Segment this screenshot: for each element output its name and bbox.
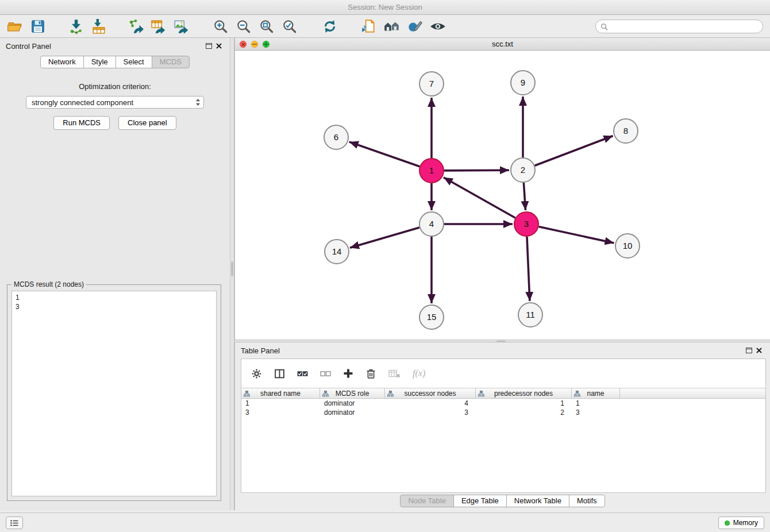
import-network-button[interactable] [64,17,87,36]
graph-node-label: 11 [526,310,535,319]
graph-edge-4-14[interactable] [350,228,419,248]
close-panel-button[interactable] [214,41,224,51]
open-file-button[interactable] [3,17,26,36]
export-table-button[interactable] [147,17,170,36]
run-mcds-button[interactable]: Run MCDS [53,116,110,130]
table-row[interactable]: 1dominator411 [241,399,765,408]
tab-motifs[interactable]: Motifs [569,495,605,507]
float-window-icon [206,43,212,49]
first-neighbors-button[interactable] [380,17,403,36]
graph-edge-2-3[interactable] [523,183,525,210]
optimization-criterion-label: Optimization criterion: [0,82,230,91]
export-network-button[interactable] [124,17,147,36]
unselect-all-columns-button[interactable] [320,367,331,380]
table-panel-title: Table Panel [241,346,280,355]
tab-select[interactable]: Select [116,56,152,68]
dropdown-stepper-icon [195,98,201,106]
network-canvas[interactable]: 7968124314101511 [235,51,770,340]
column-header-successor-nodes[interactable]: successor nodes [385,388,476,398]
show-hide-button[interactable] [426,17,449,36]
search-input[interactable] [611,22,758,31]
close-table-panel-button[interactable] [754,345,764,356]
graph-node-6[interactable]: 6 [324,125,348,149]
zoom-selected-button[interactable] [278,17,301,36]
graph-node-7[interactable]: 7 [419,72,444,96]
graph-node-14[interactable]: 14 [325,240,349,264]
float-table-panel-button[interactable] [744,345,754,356]
column-header-predecessor-nodes[interactable]: predecessor nodes [476,388,572,398]
criterion-dropdown[interactable]: strongly connected component [26,96,204,109]
export-table-icon [151,18,167,34]
column-header-mcds-role[interactable]: MCDS role [320,388,385,398]
tab-node-table[interactable]: Node Table [400,495,454,507]
network-window-titlebar[interactable]: scc.txt [235,38,770,51]
search-box[interactable] [595,20,763,33]
result-line: 1 [16,293,213,302]
zoom-in-icon [213,18,229,34]
splitter-handle[interactable] [231,261,233,276]
save-session-button[interactable] [26,17,49,36]
tab-style[interactable]: Style [83,56,116,68]
delete-column-button[interactable] [365,367,376,380]
graph-node-10[interactable]: 10 [615,234,640,258]
graph-node-label: 15 [427,312,437,322]
cell-successor-nodes: 4 [385,399,476,407]
zoom-in-button[interactable] [209,17,232,36]
graph-edge-1-2[interactable] [444,170,509,171]
float-panel-button[interactable] [203,41,214,51]
cell-successor-nodes: 3 [385,408,476,417]
graph-node-11[interactable]: 11 [518,303,542,327]
open-folder-icon [7,18,23,34]
minimize-window-icon[interactable] [251,41,258,48]
cell-mcds-role: dominator [320,399,385,407]
memory-button[interactable]: Memory [718,516,764,529]
graph-edge-1-6[interactable] [349,142,420,167]
graph-node-4[interactable]: 4 [419,212,444,236]
export-image-button[interactable] [170,17,193,36]
table-settings-button[interactable] [251,367,262,380]
tab-network-table[interactable]: Network Table [506,495,569,507]
zoom-window-icon[interactable] [263,41,270,48]
tab-edge-table[interactable]: Edge Table [453,495,507,507]
delete-table-icon [388,369,401,379]
graph-node-9[interactable]: 9 [511,71,535,95]
column-header-shared-name[interactable]: shared name [241,388,320,398]
graph-node-1[interactable]: 1 [419,159,444,183]
window-titlebar[interactable]: Session: New Session [0,0,770,15]
memory-status-icon [725,521,730,526]
cell-name: 3 [572,408,620,417]
graph-edge-3-11[interactable] [527,237,530,301]
tab-network[interactable]: Network [40,56,84,68]
control-panel-header: Control Panel [0,38,230,54]
paint-style-button[interactable] [403,17,426,36]
graph-node-8[interactable]: 8 [614,119,638,143]
select-all-columns-button[interactable] [297,367,308,380]
tab-mcds[interactable]: MCDS [152,56,190,68]
control-panel: Control Panel NetworkStyleSelectMCDS Opt… [0,38,230,510]
column-header-name[interactable]: name [572,388,620,398]
create-column-button[interactable] [343,367,353,380]
import-table-button[interactable] [87,17,110,36]
task-history-button[interactable] [6,516,23,529]
network-graph-svg[interactable]: 7968124314101511 [235,51,770,340]
column-tree-icon [574,391,580,397]
zoom-fit-button[interactable] [255,17,278,36]
zoom-out-button[interactable] [232,17,255,36]
graph-node-label: 1 [429,165,434,175]
graph-node-15[interactable]: 15 [419,305,444,329]
table-row[interactable]: 3dominator323 [241,408,765,417]
mcds-result-list[interactable]: 13 [11,291,217,496]
graph-node-label: 14 [332,246,342,256]
graph-node-2[interactable]: 2 [511,158,535,182]
columns-icon [274,368,285,379]
vertical-splitter[interactable] [230,38,234,510]
refresh-layout-button[interactable] [318,17,341,36]
close-panel-action-button[interactable]: Close panel [118,116,176,130]
graph-node-3[interactable]: 3 [514,212,538,236]
close-window-icon[interactable] [240,41,247,48]
graph-edge-2-8[interactable] [535,136,613,166]
copy-view-button[interactable] [357,17,380,36]
graph-edge-3-10[interactable] [539,227,614,243]
graph-edge-3-1[interactable] [444,178,515,218]
show-columns-button[interactable] [274,367,285,380]
